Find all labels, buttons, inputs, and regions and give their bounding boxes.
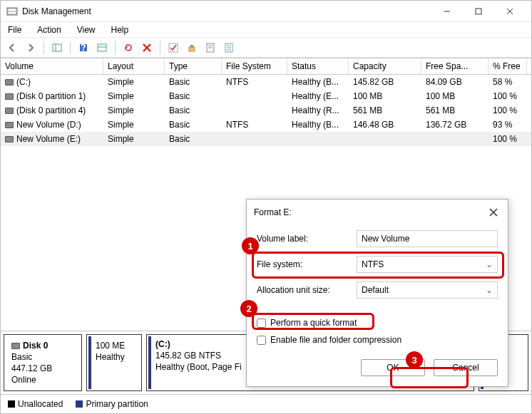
volume-icon	[5, 122, 14, 128]
maximize-button[interactable]	[463, 1, 494, 22]
volume-icon	[5, 93, 14, 100]
quick-format-checkbox[interactable]: Perform a quick format	[257, 318, 498, 328]
volume-icon	[5, 79, 14, 86]
minimize-button[interactable]	[431, 1, 463, 22]
svg-text:?: ?	[81, 43, 86, 53]
ok-button[interactable]: OK	[361, 359, 425, 376]
show-hide-tree-icon[interactable]	[50, 41, 64, 55]
menu-help[interactable]: Help	[108, 24, 132, 36]
table-row[interactable]: (C:) Simple Basic NTFS Healthy (B... 145…	[1, 75, 531, 89]
disk-drive-icon: Disk 0	[11, 341, 74, 351]
table-row[interactable]: New Volume (D:) Simple Basic NTFS Health…	[1, 118, 531, 132]
table-view-icon[interactable]	[95, 41, 109, 55]
disk-state: Online	[11, 375, 74, 385]
forward-icon[interactable]	[24, 41, 38, 55]
svg-rect-16	[189, 47, 195, 51]
chevron-down-icon: ⌄	[486, 285, 493, 295]
svg-rect-2	[9, 12, 16, 14]
table-row[interactable]: (Disk 0 partition 4) Simple Basic Health…	[1, 103, 531, 118]
partition-box[interactable]: 100 ME Healthy	[86, 334, 142, 391]
legend: Unallocated Primary partition	[1, 394, 531, 413]
col-filesystem[interactable]: File System	[222, 58, 287, 74]
svg-rect-4	[476, 9, 481, 14]
disk-info-panel[interactable]: Disk 0 Basic 447.12 GB Online	[4, 334, 82, 391]
compression-checkbox[interactable]: Enable file and folder compression	[257, 335, 498, 345]
cancel-button[interactable]: Cancel	[434, 359, 498, 376]
menu-action[interactable]: Action	[34, 24, 63, 36]
svg-rect-15	[169, 43, 178, 52]
col-layout[interactable]: Layout	[103, 58, 165, 74]
titlebar: Disk Management	[1, 1, 531, 22]
refresh-icon[interactable]	[121, 41, 135, 55]
svg-rect-7	[53, 44, 61, 51]
volume-list: (C:) Simple Basic NTFS Healthy (B... 145…	[1, 75, 531, 146]
allocation-unit-select[interactable]: Default⌄	[357, 281, 498, 299]
volume-list-header: Volume Layout Type File System Status Ca…	[1, 58, 531, 75]
chevron-down-icon: ⌄	[486, 259, 493, 269]
format-dialog: Format E: Volume label: New Volume File …	[246, 199, 508, 387]
menu-file[interactable]: File	[5, 24, 24, 36]
col-free[interactable]: Free Spa...	[421, 58, 488, 74]
file-system-select[interactable]: NTFS⌄	[357, 256, 498, 273]
menu-view[interactable]: View	[74, 24, 98, 36]
table-row[interactable]: New Volume (E:) Simple Basic 100 %	[1, 132, 531, 146]
list-sheet-icon[interactable]	[222, 41, 236, 55]
svg-rect-0	[7, 8, 17, 15]
properties-check-icon[interactable]	[166, 41, 180, 55]
delete-icon[interactable]	[140, 41, 154, 55]
dialog-title: Format E:	[254, 207, 486, 217]
col-pfree[interactable]: % Free	[488, 58, 527, 74]
settings-sheet-icon[interactable]	[203, 41, 218, 55]
table-row[interactable]: (Disk 0 partition 1) Simple Basic Health…	[1, 89, 531, 103]
help-icon[interactable]: ?	[76, 41, 91, 55]
disk-type: Basic	[11, 352, 74, 362]
svg-rect-11	[98, 44, 106, 51]
col-type[interactable]: Type	[165, 58, 222, 74]
volume-label-label: Volume label:	[257, 234, 357, 244]
file-system-label: File system:	[257, 259, 357, 269]
back-icon[interactable]	[5, 41, 19, 55]
disk-mgmt-icon	[6, 6, 18, 17]
up-arrow-icon[interactable]	[185, 41, 199, 55]
swatch-unallocated	[8, 400, 15, 408]
col-volume[interactable]: Volume	[1, 58, 103, 74]
menubar: File Action View Help	[1, 22, 531, 38]
volume-icon	[5, 108, 14, 114]
svg-rect-1	[9, 9, 16, 11]
close-button[interactable]	[494, 1, 526, 22]
allocation-unit-label: Allocation unit size:	[257, 285, 357, 295]
swatch-primary	[76, 400, 83, 408]
col-capacity[interactable]: Capacity	[349, 58, 421, 74]
volume-label-input[interactable]: New Volume	[357, 230, 498, 247]
col-status[interactable]: Status	[287, 58, 349, 74]
window-title: Disk Management	[22, 6, 91, 16]
volume-icon	[5, 136, 14, 143]
toolbar: ?	[1, 38, 531, 58]
disk-size: 447.12 GB	[11, 363, 74, 373]
dialog-close-button[interactable]	[486, 205, 501, 219]
